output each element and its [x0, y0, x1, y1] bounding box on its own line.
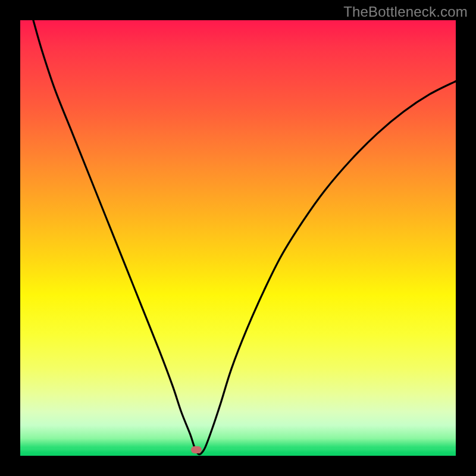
bottleneck-curve: [20, 20, 456, 456]
chart-stage: TheBottleneck.com: [0, 0, 476, 476]
plot-area: [20, 20, 456, 456]
watermark-text: TheBottleneck.com: [343, 4, 468, 20]
optimal-point-marker: [191, 446, 202, 453]
